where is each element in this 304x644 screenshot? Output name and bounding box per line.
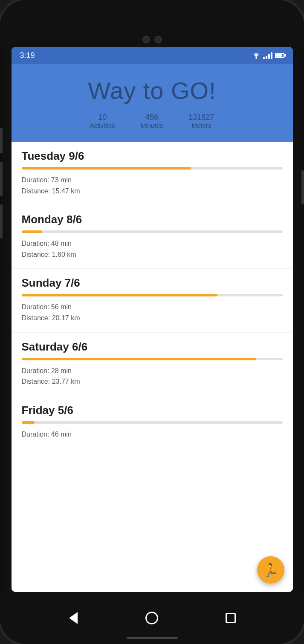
wifi-icon (252, 52, 261, 59)
progress-bar-tuesday (22, 167, 283, 170)
status-icons (252, 52, 284, 59)
progress-bar-saturday (22, 358, 283, 360)
activity-distance-sunday: Distance: 20.17 km (22, 313, 283, 324)
minutes-label: Minutes (141, 122, 163, 129)
activity-distance-tuesday: Distance: 15.47 km (22, 186, 283, 197)
volume-down-button[interactable] (0, 162, 3, 196)
signal-icon (263, 52, 272, 59)
progress-bar-monday (22, 230, 283, 233)
home-icon (145, 612, 158, 624)
bottom-indicator (127, 637, 178, 639)
power-button[interactable] (301, 170, 304, 204)
status-bar: 3:19 (12, 47, 293, 64)
stat-meters: 131827 Meters (188, 113, 214, 129)
activities-label: Activities (90, 122, 115, 129)
progress-fill-sunday (22, 294, 217, 296)
stat-minutes: 456 Minutes (141, 113, 163, 129)
bar4 (271, 52, 272, 59)
volume-up-button[interactable] (0, 128, 3, 153)
run-icon: 🏃 (263, 563, 278, 578)
header-section: Way to GO! 10 Activities 456 Minutes 131… (12, 64, 293, 142)
progress-fill-saturday (22, 358, 257, 360)
meters-label: Meters (188, 122, 214, 129)
activity-duration-saturday: Duration: 28 min (22, 365, 283, 377)
activity-day-monday: Monday 8/6 (22, 213, 283, 226)
bar1 (263, 57, 265, 59)
silent-button[interactable] (0, 204, 3, 239)
bar3 (268, 54, 270, 59)
bar2 (266, 56, 267, 59)
camera-area (142, 36, 162, 43)
activity-tuesday[interactable]: Tuesday 9/6 Duration: 73 min Distance: 1… (12, 142, 293, 205)
activities-list: Tuesday 9/6 Duration: 73 min Distance: 1… (12, 142, 293, 592)
nav-back-button[interactable] (66, 610, 81, 626)
progress-bar-sunday (22, 294, 283, 296)
activity-day-saturday: Saturday 6/6 (22, 340, 283, 354)
header-stats: 10 Activities 456 Minutes 131827 Meters (20, 113, 284, 129)
phone-bottom-bar (0, 592, 304, 644)
activity-saturday[interactable]: Saturday 6/6 Duration: 28 min Distance: … (12, 333, 293, 396)
camera-left (142, 36, 150, 43)
activity-day-tuesday: Tuesday 9/6 (22, 150, 283, 163)
activity-day-sunday: Sunday 7/6 (22, 276, 283, 290)
battery-icon (275, 53, 284, 58)
status-time: 3:19 (20, 51, 35, 60)
progress-fill-friday (22, 421, 35, 424)
activities-value: 10 (90, 113, 115, 122)
svg-point-0 (255, 57, 257, 59)
activity-distance-monday: Distance: 1.60 km (22, 249, 283, 260)
progress-fill-tuesday (22, 167, 191, 170)
stat-activities: 10 Activities (90, 113, 115, 129)
progress-fill-monday (22, 230, 43, 233)
activity-sunday[interactable]: Sunday 7/6 Duration: 56 min Distance: 20… (12, 269, 293, 332)
recent-icon (226, 613, 236, 623)
activity-duration-tuesday: Duration: 73 min (22, 175, 283, 186)
header-title: Way to GO! (20, 77, 284, 104)
phone-top-bar (0, 0, 304, 47)
progress-bar-friday (22, 421, 283, 424)
phone-screen: 3:19 Way to GO! (12, 47, 293, 592)
phone-frame: 3:19 Way to GO! (0, 0, 304, 644)
activity-duration-monday: Duration: 48 min (22, 238, 283, 249)
activity-monday[interactable]: Monday 8/6 Duration: 48 min Distance: 1.… (12, 205, 293, 269)
minutes-value: 456 (141, 113, 163, 122)
add-activity-button[interactable]: 🏃 (257, 556, 284, 584)
nav-home-button[interactable] (144, 610, 159, 626)
battery-fill (276, 54, 282, 57)
activity-distance-saturday: Distance: 23.77 km (22, 376, 283, 387)
nav-recent-button[interactable] (223, 610, 238, 626)
back-icon (69, 612, 78, 624)
meters-value: 131827 (188, 113, 214, 122)
activity-day-friday: Friday 5/6 (22, 404, 283, 417)
activity-duration-friday: Duration: 46 min (22, 429, 283, 440)
camera-right (154, 36, 162, 43)
activity-friday[interactable]: Friday 5/6 Duration: 46 min (12, 396, 293, 474)
activity-duration-sunday: Duration: 56 min (22, 302, 283, 313)
